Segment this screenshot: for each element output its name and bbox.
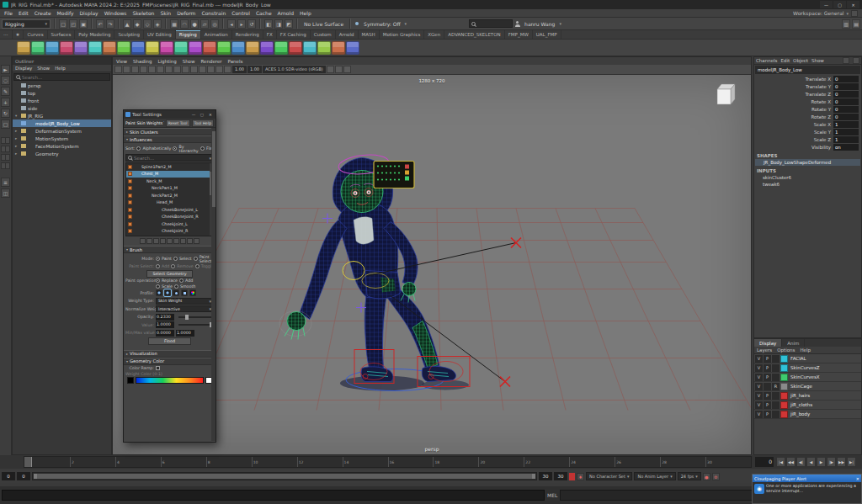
- viewport-menu-item[interactable]: Renderer: [200, 59, 221, 64]
- open-scene-icon[interactable]: ◰: [69, 19, 77, 29]
- command-line-input[interactable]: [2, 490, 545, 501]
- pole-vector-lower[interactable]: [500, 377, 510, 387]
- channel-row[interactable]: Visibility on: [754, 143, 861, 151]
- layout-four-pane-icon[interactable]: [1, 146, 10, 152]
- layer-playback-toggle[interactable]: P: [764, 355, 771, 363]
- snap-to-point-icon[interactable]: ●: [190, 19, 199, 29]
- layer-color-swatch[interactable]: [780, 364, 788, 372]
- shelf-tab[interactable]: Custom: [311, 30, 336, 39]
- shelf-tab[interactable]: FMP_MW: [505, 30, 533, 39]
- time-slider-track[interactable]: 024681012141618202224262830: [24, 456, 752, 468]
- shelf-tab[interactable]: UAL_FMP: [533, 30, 561, 39]
- display-layer-row[interactable]: V R SkinCage: [754, 382, 861, 391]
- fps-dropdown[interactable]: 24 fps▾: [678, 472, 701, 480]
- shelf-edit-icon[interactable]: ★: [13, 30, 24, 39]
- channel-box-menu-item[interactable]: Channels: [756, 58, 777, 63]
- menu-item[interactable]: Skin: [160, 10, 171, 16]
- copy-weights-icon[interactable]: [173, 238, 179, 244]
- viewport-menu-item[interactable]: Show: [183, 59, 195, 64]
- view-cube-icon[interactable]: [716, 82, 737, 110]
- frame-tick[interactable]: 26: [615, 457, 660, 467]
- menu-item[interactable]: Arnold: [278, 10, 294, 16]
- layer-display-type-toggle[interactable]: [772, 374, 780, 381]
- select-tool-icon[interactable]: ►: [1, 65, 10, 74]
- shadows-icon[interactable]: [207, 66, 215, 73]
- panel-toggle-icon[interactable]: ▤: [852, 19, 860, 29]
- reset-tool-button[interactable]: Reset Tool: [166, 119, 190, 127]
- expand-arrow-icon[interactable]: ▸: [15, 136, 19, 141]
- anim-layer-dropdown[interactable]: No Anim Layer▾: [634, 472, 675, 480]
- snap-to-curve-icon[interactable]: ◠: [180, 19, 189, 29]
- shelf-tab[interactable]: Motion Graphics: [380, 30, 425, 39]
- sidebar-toggle-icon[interactable]: ▥: [842, 19, 850, 29]
- shape-node-name[interactable]: JR_Body_LowShapeDeformed: [755, 159, 860, 166]
- wireframe-icon[interactable]: [173, 66, 181, 73]
- shelf-tab[interactable]: FX: [263, 30, 277, 39]
- playback-end-field[interactable]: 30: [539, 472, 552, 480]
- shelf-tool-icon[interactable]: [332, 41, 345, 55]
- expand-arrow-icon[interactable]: ▾: [15, 114, 19, 118]
- redo-icon[interactable]: ↷: [106, 19, 114, 29]
- outliner-menu-item[interactable]: Display: [15, 66, 32, 71]
- shelf-tool-icon[interactable]: [103, 41, 116, 55]
- frame-tick[interactable]: 16: [388, 457, 434, 467]
- paint-select-toggle-radio[interactable]: [195, 264, 200, 268]
- outliner-menu-item[interactable]: Help: [55, 66, 66, 71]
- influence-row[interactable]: Neck_M: [126, 178, 213, 185]
- normalize-weights-dropdown[interactable]: Interactive▾: [156, 305, 214, 312]
- bookmark-icon[interactable]: [140, 66, 147, 73]
- influence-row[interactable]: CheekBoneJoint_R: [126, 214, 213, 221]
- menu-item[interactable]: File: [4, 10, 13, 16]
- set-key-icon[interactable]: ♦: [577, 473, 584, 480]
- frame-tick[interactable]: 6: [161, 457, 206, 467]
- unlock-weights-icon[interactable]: [167, 238, 173, 244]
- channel-row[interactable]: Rotate Z 0: [754, 113, 861, 120]
- channel-row[interactable]: Translate Z 0: [754, 90, 861, 98]
- channel-box-menu-item[interactable]: Object: [793, 58, 808, 63]
- shelf-tool-icon[interactable]: [217, 41, 231, 55]
- layer-color-swatch[interactable]: [780, 374, 788, 381]
- symmetry-label[interactable]: Symmetry: Off: [364, 21, 400, 27]
- menu-item[interactable]: Windows: [104, 10, 127, 16]
- influences-section-header[interactable]: ▾ Influences: [124, 135, 216, 143]
- outliner-menu-item[interactable]: Show: [37, 66, 50, 71]
- layer-editor-tab[interactable]: Display: [754, 339, 782, 347]
- display-layer-row[interactable]: V P SkinCurvesX: [754, 373, 861, 382]
- display-layer-row[interactable]: V P jiR_body: [754, 410, 861, 419]
- layer-color-swatch[interactable]: [780, 355, 788, 363]
- select-component-icon[interactable]: ◇: [143, 19, 152, 29]
- lasso-tool-icon[interactable]: ◌: [1, 76, 10, 85]
- shelf-tool-icon[interactable]: [160, 41, 173, 55]
- pole-vector-upper[interactable]: [511, 238, 521, 248]
- outliner-item[interactable]: ▸ MotionSystem: [13, 135, 111, 142]
- layer-visibility-toggle[interactable]: V: [755, 401, 763, 409]
- layer-visibility-toggle[interactable]: V: [755, 364, 763, 372]
- command-language-toggle[interactable]: MEL: [547, 492, 557, 498]
- outliner-item[interactable]: top: [13, 89, 111, 97]
- close-icon[interactable]: ✕: [856, 476, 859, 481]
- brush-profile-gaussian-icon[interactable]: [164, 289, 171, 296]
- menuset-dropdown[interactable]: Rigging▾: [2, 19, 51, 29]
- layout-persp-graph-icon[interactable]: [1, 162, 10, 169]
- menu-item[interactable]: Create: [35, 10, 51, 16]
- pin-icon[interactable]: [843, 57, 849, 64]
- channel-value-field[interactable]: 1: [833, 136, 859, 143]
- gear-icon[interactable]: [853, 57, 859, 64]
- workspace-settings-icon[interactable]: [851, 10, 858, 17]
- move-tool-icon[interactable]: +: [1, 98, 10, 107]
- influence-row[interactable]: CheekJoint_R: [126, 228, 213, 236]
- shelf-tab[interactable]: Curves: [24, 30, 47, 39]
- layer-editor-menu-item[interactable]: Help: [800, 347, 811, 353]
- snap-to-plane-icon[interactable]: ▱: [200, 19, 209, 29]
- playback-start-field[interactable]: 0: [17, 472, 30, 480]
- layer-playback-toggle[interactable]: P: [764, 411, 771, 418]
- brush-profile-color-wheel-icon[interactable]: [189, 289, 196, 296]
- symmetry-toggle[interactable]: [355, 22, 359, 25]
- titlebar[interactable]: JR_RIG_Final.mb* - Autodesk MAYA 2024.2:…: [0, 0, 862, 9]
- shelf-tool-icon[interactable]: [88, 41, 102, 55]
- go-to-end-button[interactable]: ▶|: [847, 457, 856, 467]
- mode-paint-select-radio[interactable]: [194, 257, 198, 261]
- shelf-tool-icon[interactable]: [274, 41, 288, 55]
- channel-value-field[interactable]: 0: [833, 91, 859, 98]
- viewport-menu-item[interactable]: Lighting: [157, 59, 176, 64]
